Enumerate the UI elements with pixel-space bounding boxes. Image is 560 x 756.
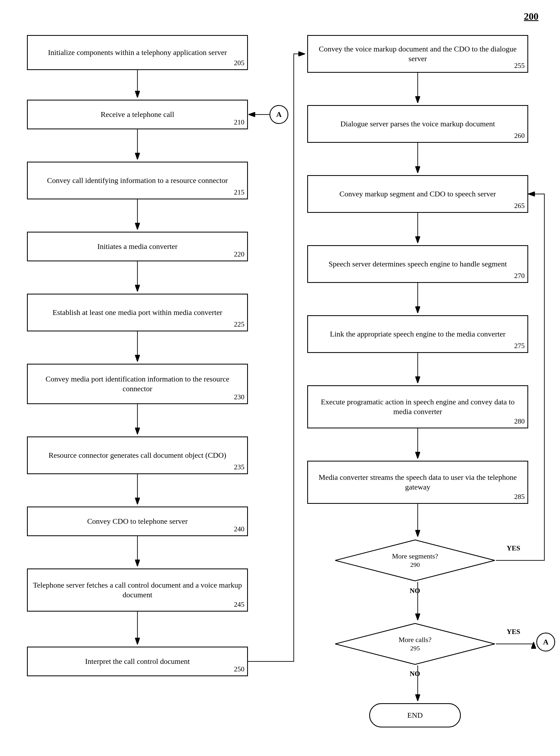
box-235: Resource connector generates call docume… xyxy=(27,436,248,474)
flowchart: Initialize components within a telephony… xyxy=(11,19,549,752)
box-270: Speech server determines speech engine t… xyxy=(307,245,528,283)
label-295-yes: YES xyxy=(507,628,520,636)
svg-marker-1 xyxy=(335,624,495,665)
box-230: Convey media port identification informa… xyxy=(27,364,248,404)
box-250: Interpret the call control document 250 xyxy=(27,647,248,676)
box-245: Telephone server fetches a call control … xyxy=(27,569,248,612)
label-290-no: NO xyxy=(409,587,420,595)
box-260: Dialogue server parses the voice markup … xyxy=(307,105,528,143)
box-210: Receive a telephone call 210 xyxy=(27,100,248,129)
box-255: Convey the voice markup document and the… xyxy=(307,35,528,73)
connector-a-bottom: A xyxy=(536,633,555,652)
page-container: 200 Initialize components within a telep… xyxy=(0,0,560,756)
diamond-295: More calls? 295 xyxy=(334,622,496,666)
box-280: Execute programatic action in speech eng… xyxy=(307,385,528,428)
box-225: Establish at least one media port within… xyxy=(27,294,248,331)
label-290-yes: YES xyxy=(507,544,520,552)
box-265: Convey markup segment and CDO to speech … xyxy=(307,175,528,213)
box-215: Convey call identifying information to a… xyxy=(27,162,248,199)
box-285: Media converter streams the speech data … xyxy=(307,461,528,504)
diamond-290: More segments? 290 xyxy=(334,539,496,582)
box-205: Initialize components within a telephony… xyxy=(27,35,248,70)
svg-marker-0 xyxy=(335,540,495,581)
label-295-no: NO xyxy=(409,670,420,678)
box-240: Convey CDO to telephone server 240 xyxy=(27,507,248,536)
connector-a-top: A xyxy=(269,105,288,124)
end-oval: END xyxy=(369,703,461,728)
box-275: Link the appropriate speech engine to th… xyxy=(307,315,528,353)
box-220: Initiates a media converter 220 xyxy=(27,232,248,261)
